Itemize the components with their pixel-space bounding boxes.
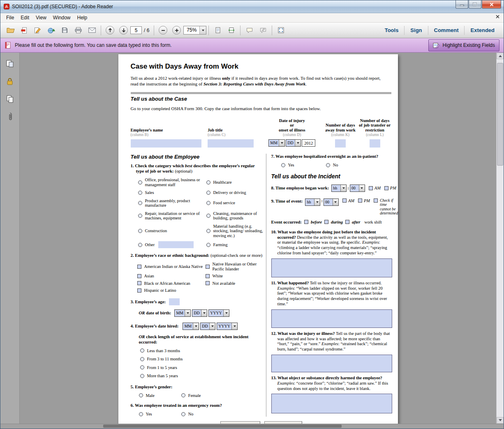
zoom-out-button[interactable] (156, 25, 170, 36)
zoom-level-select[interactable]: 75% (183, 26, 206, 35)
event-hour-combo[interactable]: hh (305, 198, 320, 206)
zoom-in-button[interactable] (170, 25, 183, 36)
scroll-up-button[interactable] (497, 53, 504, 59)
checkbox[interactable] (137, 281, 141, 285)
after-checkbox[interactable] (345, 220, 349, 224)
birth-year-combo[interactable]: YYYY (208, 309, 229, 317)
radio-button[interactable] (138, 214, 142, 218)
employee-age-input[interactable] (169, 298, 180, 305)
vertical-scrollbar-thumb[interactable] (497, 63, 503, 166)
hired-year-combo[interactable]: YYYY (217, 323, 238, 330)
create-pdf-button[interactable] (17, 25, 31, 36)
radio-button[interactable] (181, 412, 185, 416)
checkbox[interactable] (206, 274, 210, 278)
radio-button[interactable] (138, 191, 142, 195)
event-pm-checkbox[interactable] (358, 198, 362, 203)
security-lock-icon[interactable] (4, 76, 16, 87)
job-transfer-input[interactable] (370, 139, 380, 148)
hired-month-combo[interactable]: MM (183, 323, 199, 330)
q10-answer-box[interactable] (271, 258, 392, 277)
menu-window[interactable]: Window (50, 14, 74, 21)
menu-view[interactable]: View (32, 14, 50, 21)
event-am-checkbox[interactable] (342, 198, 347, 203)
radio-button[interactable] (139, 393, 143, 397)
fit-width-button[interactable] (224, 25, 238, 36)
menu-help[interactable]: Help (74, 14, 91, 21)
radio-button[interactable] (206, 201, 210, 205)
single-page-view-button[interactable] (211, 25, 224, 36)
sticky-note-button[interactable] (243, 25, 256, 36)
close-button[interactable] (482, 0, 501, 9)
pages-panel-button[interactable] (4, 94, 16, 104)
menu-file[interactable]: File (3, 14, 17, 21)
tools-pane-button[interactable]: Tools (379, 26, 405, 35)
page-number-input[interactable] (130, 26, 142, 34)
extended-pane-button[interactable]: Extended (464, 26, 500, 35)
began-am-checkbox[interactable] (369, 186, 373, 190)
close-document-icon[interactable] (496, 15, 499, 18)
fill-sign-button[interactable] (31, 25, 44, 36)
email-button[interactable] (85, 25, 99, 36)
document-view[interactable]: Case with Days Away from Work Tell us ab… (20, 53, 496, 424)
began-minute-combo[interactable]: 00 (350, 185, 365, 192)
next-page-button[interactable] (117, 25, 130, 36)
birth-day-combo[interactable]: DD (192, 309, 207, 317)
page-thumbnails-button[interactable] (4, 58, 16, 69)
previous-page-button[interactable] (103, 25, 117, 36)
minimize-button[interactable] (455, 0, 468, 9)
days-away-input[interactable] (335, 139, 346, 148)
radio-button[interactable] (138, 180, 142, 185)
began-pm-checkbox[interactable] (384, 186, 388, 190)
checkbox[interactable] (137, 265, 141, 269)
hired-day-combo[interactable]: DD (200, 323, 215, 330)
before-checkbox[interactable] (304, 220, 308, 224)
menu-edit[interactable]: Edit (17, 14, 32, 21)
time-undetermined-checkbox[interactable] (374, 198, 378, 203)
radio-button[interactable] (281, 163, 285, 167)
radio-button[interactable] (138, 243, 142, 247)
fullscreen-button[interactable] (274, 25, 288, 36)
window-titlebar[interactable]: SOII2012 (3).pdf (SECURED) - Adobe Reade… (0, 0, 504, 13)
radio-button[interactable] (326, 163, 330, 167)
maximize-button[interactable] (469, 0, 481, 9)
radio-button[interactable] (140, 374, 144, 378)
q11-answer-box[interactable] (271, 309, 392, 328)
horizontal-scrollbar[interactable] (0, 424, 504, 429)
during-checkbox[interactable] (324, 220, 328, 224)
radio-button[interactable] (140, 365, 144, 369)
horizontal-scrollbar-thumb[interactable] (103, 424, 342, 428)
injury-month-combo[interactable]: MM (268, 139, 285, 147)
other-category-input[interactable] (158, 241, 194, 248)
checkbox[interactable] (206, 265, 210, 269)
print-button[interactable] (72, 25, 85, 36)
share-upload-button[interactable] (44, 25, 58, 36)
employee-name-input[interactable] (131, 139, 201, 148)
radio-button[interactable] (206, 214, 210, 218)
checkbox[interactable] (137, 288, 141, 293)
chevron-down-icon[interactable] (199, 26, 206, 34)
began-hour-combo[interactable]: hh (331, 185, 347, 192)
vertical-scrollbar[interactable] (496, 53, 504, 424)
scroll-down-button[interactable] (497, 417, 504, 424)
injury-year-input[interactable] (302, 139, 315, 147)
birth-month-combo[interactable]: MM (174, 309, 191, 317)
save-button[interactable] (58, 25, 72, 36)
q12-answer-box[interactable] (271, 355, 392, 372)
comment-pane-button[interactable]: Comment (428, 26, 465, 35)
q13-answer-box[interactable] (271, 394, 392, 413)
open-file-button[interactable] (4, 25, 17, 36)
checkbox[interactable] (137, 274, 141, 278)
highlight-existing-fields-button[interactable]: Highlight Existing Fields (428, 39, 499, 51)
annotate-button[interactable] (256, 25, 270, 36)
checkbox[interactable] (206, 281, 210, 285)
job-title-input[interactable] (208, 139, 254, 148)
radio-button[interactable] (140, 357, 144, 361)
radio-button[interactable] (138, 201, 142, 205)
radio-button[interactable] (206, 229, 210, 233)
radio-button[interactable] (181, 393, 185, 397)
attachments-paperclip-button[interactable] (4, 111, 16, 122)
radio-button[interactable] (206, 191, 210, 195)
radio-button[interactable] (139, 412, 143, 416)
radio-button[interactable] (138, 229, 142, 233)
radio-button[interactable] (140, 348, 144, 353)
